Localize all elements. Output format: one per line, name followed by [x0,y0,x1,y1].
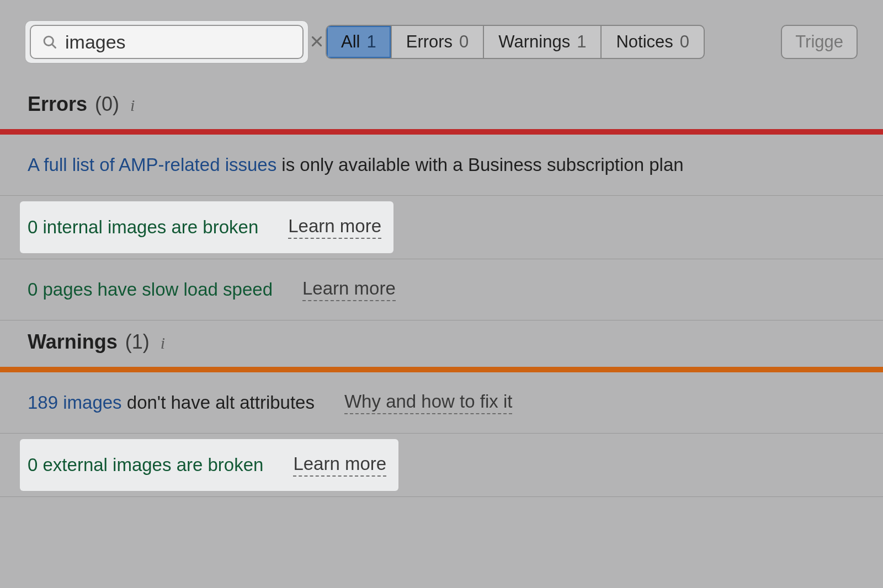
highlight-box: 0 internal images are broken Learn more [20,201,393,253]
learn-more-link[interactable]: Learn more [302,278,396,301]
search-highlight-wrap [25,21,308,63]
amp-issues-link[interactable]: A full list of AMP-related issues [28,154,276,175]
issue-text: 0 external images are broken [28,455,263,475]
filter-errors[interactable]: Errors 0 [392,26,485,58]
issue-text: 0 pages have slow load speed [28,279,273,300]
filter-all-count: 1 [366,32,376,52]
issue-rest: don't have alt attributes [122,392,315,413]
filter-all[interactable]: All 1 [327,26,392,58]
search-box [30,25,304,59]
filter-group: All 1 Errors 0 Warnings 1 Notices 0 [326,25,705,59]
errors-divider [0,129,883,135]
learn-more-link[interactable]: Learn more [293,453,386,477]
filter-all-label: All [341,32,360,52]
filter-warnings-label: Warnings [498,32,570,52]
toolbar: All 1 Errors 0 Warnings 1 Notices 0 Trig… [0,21,883,83]
upsell-row: A full list of AMP-related issues is onl… [0,135,883,196]
issue-row-external-images: 0 external images are broken Learn more [0,434,883,497]
learn-more-link[interactable]: Learn more [288,216,381,239]
filter-notices-count: 0 [680,32,689,52]
clear-search-button[interactable] [307,32,326,52]
why-fix-link[interactable]: Why and how to fix it [344,391,512,414]
filter-notices[interactable]: Notices 0 [602,26,704,58]
warnings-title: Warnings [28,330,118,354]
search-icon [42,34,57,50]
info-icon[interactable]: i [161,334,165,352]
errors-title: Errors [28,93,87,116]
close-icon [310,34,324,50]
errors-count: (0) [95,93,119,116]
highlight-box: 0 external images are broken Learn more [20,439,398,491]
search-input[interactable] [57,31,307,53]
issue-row-slow-load: 0 pages have slow load speed Learn more [0,259,883,320]
filter-notices-label: Notices [616,32,673,52]
issue-text: 0 internal images are broken [28,217,258,238]
svg-line-1 [52,45,56,48]
section-header-warnings: Warnings (1) i [0,320,883,367]
issue-row-alt-attributes: 189 images don't have alt attributes Why… [0,372,883,434]
filter-warnings-count: 1 [577,32,586,52]
warnings-count: (1) [125,330,150,354]
warnings-divider [0,367,883,372]
issue-text: 189 images don't have alt attributes [28,392,315,413]
alt-count-link[interactable]: 189 images [28,392,122,413]
trigger-button[interactable]: Trigge [781,25,858,59]
issues-panel: All 1 Errors 0 Warnings 1 Notices 0 Trig… [0,0,883,497]
issue-row-internal-images: 0 internal images are broken Learn more [0,196,883,259]
info-icon[interactable]: i [130,96,135,115]
upsell-rest: is only available with a Business subscr… [276,154,683,175]
filter-warnings[interactable]: Warnings 1 [484,26,602,58]
filter-errors-count: 0 [459,32,469,52]
filter-errors-label: Errors [406,32,453,52]
section-header-errors: Errors (0) i [0,83,883,129]
